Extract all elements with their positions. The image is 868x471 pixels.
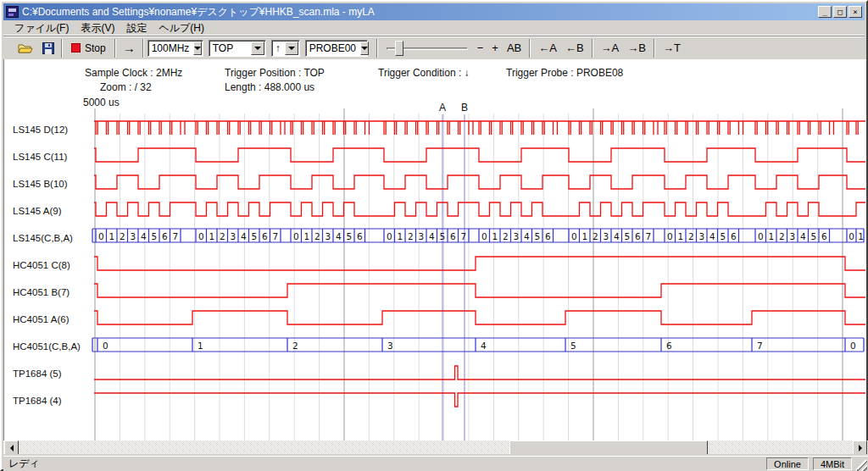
dropdown-arrow-icon[interactable] [193, 42, 202, 55]
waveform-plot: 0123456701234567012345601234567012345601… [4, 59, 866, 441]
menu-view[interactable]: 表示(V) [75, 20, 120, 36]
menu-help[interactable]: ヘルプ(H) [153, 20, 210, 36]
zoom-slider-thumb[interactable] [395, 41, 403, 56]
status-online-badge: Online [766, 457, 809, 470]
ls145-bus-value: 5 [810, 231, 816, 241]
hc4051-bus-value: 1 [198, 341, 203, 351]
toolbar-separator [592, 39, 593, 58]
ls145-d-wave [94, 121, 865, 135]
cursor-b-label[interactable]: B [461, 102, 468, 114]
close-button[interactable]: × [849, 6, 862, 18]
trigger-edge-value: ↑ [272, 42, 284, 54]
toolbar-separator [114, 39, 116, 58]
scroll-left-button[interactable] [4, 441, 19, 455]
ls145-bus-value: 2 [408, 231, 414, 241]
sample-clock-select[interactable]: 100MHz [147, 40, 203, 57]
scrollbar-thumb[interactable] [509, 441, 708, 455]
ls145-bus-value: 2 [688, 231, 694, 241]
ls145-bus-value: 3 [698, 231, 704, 241]
ls145-bus-value: 2 [120, 231, 125, 241]
ls145-bus-value: 0 [387, 231, 392, 241]
resize-grip-icon[interactable] [856, 460, 867, 471]
dropdown-arrow-icon[interactable] [360, 42, 369, 55]
scroll-right-button[interactable] [853, 441, 867, 455]
hc4051-a-wave [94, 311, 865, 324]
dropdown-arrow-icon[interactable] [285, 42, 298, 55]
channel-label[interactable]: HC4051 B(7) [13, 287, 70, 297]
save-button[interactable] [38, 39, 58, 58]
ls145-b-wave [94, 175, 865, 189]
ls145-bus-value: 0 [293, 231, 299, 241]
goto-a-button[interactable]: →A [597, 39, 624, 58]
open-folder-icon [18, 42, 33, 54]
run-button[interactable]: → [120, 39, 139, 58]
menu-file[interactable]: ファイル(F) [8, 20, 75, 36]
hc4051-c-wave [94, 257, 865, 270]
trigger-edge-select[interactable]: ↑ [271, 40, 300, 57]
channel-label[interactable]: LS145 B(10) [13, 179, 68, 189]
dropdown-arrow-icon[interactable] [251, 42, 264, 55]
ls145-bus-value: 4 [709, 231, 715, 241]
minimize-button[interactable]: _ [818, 6, 832, 18]
maximize-button[interactable]: □ [833, 6, 847, 18]
ls145-bus-value: 4 [614, 231, 620, 241]
channel-label[interactable]: HC4051 A(6) [13, 314, 69, 324]
goto-trigger-button[interactable]: →T [659, 39, 685, 58]
trigger-probe-select[interactable]: PROBE00 [305, 40, 368, 57]
open-file-button[interactable] [15, 39, 35, 58]
channel-label[interactable]: LS145 C(11) [13, 152, 67, 162]
ls145-bus-value: 7 [272, 231, 278, 241]
status-bar: レディ Online 4MBit [3, 456, 868, 471]
goto-b-button[interactable]: →B [623, 39, 650, 58]
ls145-bus-value: 6 [450, 231, 456, 241]
channel-label[interactable]: TP1684 (5) [13, 368, 62, 379]
hc4051-bus-value: 7 [757, 341, 763, 351]
ls145-bus-value: 0 [849, 231, 854, 241]
ls145-bus-value: 3 [130, 231, 136, 241]
ls145-bus-value: 0 [571, 231, 577, 241]
ls145-bus-value: 1 [581, 231, 587, 241]
toolbar-separator [142, 39, 144, 58]
zoom-in-button[interactable]: + [487, 39, 503, 58]
channel-label[interactable]: LS145 A(9) [13, 206, 62, 216]
cursor-a-set-button[interactable]: ←A [534, 39, 561, 58]
hc4051-bus-value: 2 [292, 341, 298, 351]
tp1684-5-wave [94, 366, 865, 380]
ab-button[interactable]: AB [503, 39, 526, 58]
channel-label[interactable]: LS145 D(12) [13, 125, 68, 135]
trigger-position-value: TOP [209, 42, 250, 54]
bus-frame [92, 338, 864, 352]
ls145-bus-value: 5 [151, 231, 157, 241]
cursor-a-label[interactable]: A [439, 102, 446, 114]
stop-button[interactable]: Stop [66, 39, 111, 58]
app-icon [6, 6, 19, 18]
ls145-bus-value: 6 [821, 231, 827, 241]
cursor-b-set-button[interactable]: ←B [561, 39, 588, 58]
ls145-bus-value: 6 [357, 231, 363, 241]
app-window: C:¥Documents and Settings¥noname¥デスクトップ¥… [0, 0, 868, 471]
ls145-bus-value: 4 [241, 231, 247, 241]
ls145-bus-value: 3 [513, 231, 519, 241]
ls145-bus-value: 2 [314, 231, 320, 241]
window-title: C:¥Documents and Settings¥noname¥デスクトップ¥… [22, 5, 818, 19]
zoom-out-button[interactable]: − [473, 39, 488, 58]
status-ready-text: レディ [3, 457, 766, 471]
zoom-slider[interactable] [385, 39, 470, 58]
ls145-bus-value: 6 [635, 231, 641, 241]
bus-cell-divider [97, 338, 845, 352]
hc4051-bus-value: 4 [481, 341, 487, 351]
channel-label[interactable]: TP1684 (4) [13, 396, 62, 406]
menu-settings[interactable]: 設定 [120, 20, 153, 36]
ls145-bus-value: 1 [303, 231, 309, 241]
menu-bar: ファイル(F) 表示(V) 設定 ヘルプ(H) [3, 21, 865, 36]
title-bar: C:¥Documents and Settings¥noname¥デスクトップ¥… [3, 3, 865, 20]
ls145-bus-value: 1 [108, 231, 114, 241]
ls145-bus-value: 2 [220, 231, 225, 241]
horizontal-scrollbar[interactable] [3, 441, 868, 455]
trigger-position-select[interactable]: TOP [209, 40, 266, 57]
ls145-bus-value: 4 [141, 231, 147, 241]
ls145-bus-value: 1 [768, 231, 774, 241]
channel-label[interactable]: LS145(C,B,A) [13, 233, 73, 243]
channel-label[interactable]: HC4051 C(8) [13, 260, 70, 270]
channel-label[interactable]: HC4051(C,B,A) [13, 341, 81, 352]
